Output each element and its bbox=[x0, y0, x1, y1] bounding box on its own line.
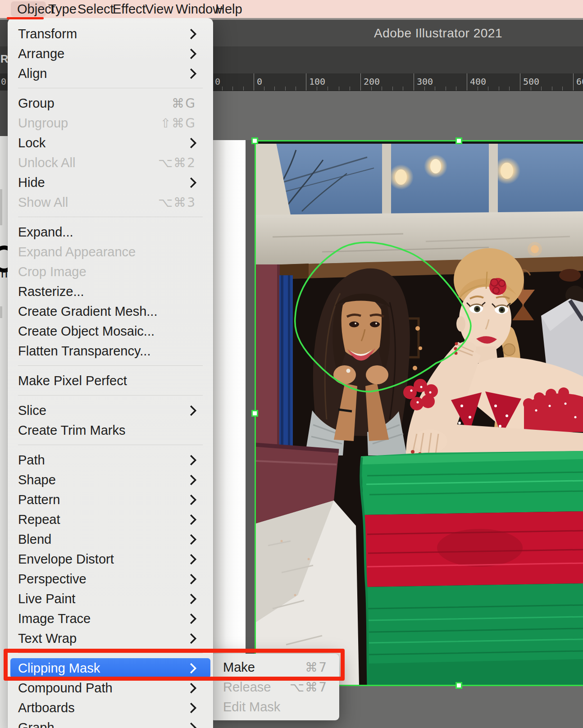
menubar-item-help[interactable]: Help bbox=[215, 0, 242, 18]
menu-item-text-wrap[interactable]: Text Wrap bbox=[8, 628, 213, 648]
menu-item-perspective[interactable]: Perspective bbox=[8, 569, 213, 589]
artboard-margin[interactable] bbox=[213, 140, 246, 686]
menu-item-live-paint[interactable]: Live Paint bbox=[8, 589, 213, 609]
ruler-major-tick bbox=[414, 73, 414, 91]
menu-item-label: Group bbox=[18, 96, 172, 111]
menu-item-ungroup[interactable]: Ungroup⇧⌘G bbox=[8, 113, 213, 133]
ruler-minor-tick bbox=[446, 86, 446, 91]
menu-item-expand[interactable]: Expand... bbox=[8, 222, 213, 242]
submenu-arrow-icon bbox=[186, 28, 196, 39]
submenu-arrow-icon bbox=[186, 494, 196, 505]
menu-item-edit-mask[interactable]: Edit Mask bbox=[210, 697, 339, 717]
submenu-arrow-icon bbox=[186, 48, 196, 59]
menu-item-label: Expand... bbox=[18, 225, 196, 240]
ruler-label: 300 bbox=[417, 76, 433, 87]
menu-item-lock[interactable]: Lock bbox=[8, 133, 213, 153]
menu-item-compound-path[interactable]: Compound Path bbox=[8, 678, 213, 698]
menu-item-show-all[interactable]: Show All⌥⌘3 bbox=[8, 192, 213, 212]
submenu-arrow-icon bbox=[186, 137, 196, 148]
menubar-item-type[interactable]: Type bbox=[48, 0, 77, 18]
menu-item-graph[interactable]: Graph bbox=[8, 718, 213, 728]
menu-item-artboards[interactable]: Artboards bbox=[8, 698, 213, 718]
menu-item-rasterize[interactable]: Rasterize... bbox=[8, 282, 213, 301]
menu-item-blend[interactable]: Blend bbox=[8, 529, 213, 549]
menu-item-expand-appearance[interactable]: Expand Appearance bbox=[8, 242, 213, 262]
menu-item-label: Perspective bbox=[18, 572, 187, 587]
menu-item-label: Live Paint bbox=[18, 592, 187, 606]
menu-item-crop-image[interactable]: Crop Image bbox=[8, 262, 213, 282]
menu-item-create-object-mosaic[interactable]: Create Object Mosaic... bbox=[8, 321, 213, 341]
ruler-minor-tick bbox=[509, 86, 510, 91]
menu-item-align[interactable]: Align bbox=[8, 64, 213, 83]
photo-canvas[interactable] bbox=[255, 140, 583, 686]
selection-handle-top-center[interactable] bbox=[455, 137, 462, 144]
menu-item-flatten-transparency[interactable]: Flatten Transparency... bbox=[8, 341, 213, 361]
menu-item-create-gradient-mesh[interactable]: Create Gradient Mesh... bbox=[8, 301, 213, 321]
menubar-item-view[interactable]: View bbox=[145, 0, 173, 18]
menu-item-envelope-distort[interactable]: Envelope Distort bbox=[8, 549, 213, 569]
menu-item-label: Image Trace bbox=[18, 611, 187, 626]
menu-item-label: Slice bbox=[18, 403, 187, 418]
submenu-arrow-icon bbox=[186, 613, 196, 624]
menu-item-clipping-mask[interactable]: Clipping Mask bbox=[10, 658, 210, 678]
menu-item-shape[interactable]: Shape bbox=[8, 470, 213, 490]
ruler-minor-tick bbox=[499, 86, 499, 91]
menu-item-repeat[interactable]: Repeat bbox=[8, 510, 213, 529]
menu-divider bbox=[18, 217, 203, 217]
menu-item-shortcut: ⌥⌘7 bbox=[290, 680, 328, 695]
menu-item-label: Rasterize... bbox=[18, 284, 196, 299]
ruler-label: 60 bbox=[576, 76, 583, 87]
ruler-label: 400 bbox=[470, 76, 486, 87]
ruler-minor-tick bbox=[296, 86, 296, 91]
left-panel-strip: m bbox=[0, 136, 8, 728]
submenu-arrow-icon bbox=[186, 682, 196, 693]
ruler-label: 100 bbox=[309, 76, 325, 87]
ruler-minor-tick bbox=[435, 86, 435, 91]
menu-item-make-pixel-perfect[interactable]: Make Pixel Perfect bbox=[8, 371, 213, 391]
menu-item-label: Crop Image bbox=[18, 264, 196, 279]
selection-handle-top-left[interactable] bbox=[251, 137, 258, 144]
ruler-label: 0 bbox=[257, 76, 262, 87]
selection-handle-left-middle[interactable] bbox=[251, 410, 258, 417]
menu-item-path[interactable]: Path bbox=[8, 450, 213, 470]
ruler-minor-tick bbox=[392, 86, 393, 91]
menu-item-label: Flatten Transparency... bbox=[18, 344, 196, 359]
menu-item-image-trace[interactable]: Image Trace bbox=[8, 609, 213, 628]
submenu-arrow-icon bbox=[186, 573, 196, 584]
menu-item-label: Text Wrap bbox=[18, 631, 187, 646]
ruler-major-tick bbox=[306, 73, 306, 91]
menu-item-release[interactable]: Release⌥⌘7 bbox=[210, 677, 339, 697]
menu-item-shortcut: ⌥⌘2 bbox=[158, 155, 196, 170]
menu-item-unlock-all[interactable]: Unlock All⌥⌘2 bbox=[8, 153, 213, 173]
ruler-minor-tick bbox=[382, 86, 382, 91]
selection-edge-top[interactable] bbox=[255, 140, 583, 141]
menu-item-pattern[interactable]: Pattern bbox=[8, 490, 213, 510]
menubar-item-effect[interactable]: Effect bbox=[113, 0, 146, 18]
menu-item-make[interactable]: Make⌘7 bbox=[210, 657, 339, 677]
menu-divider bbox=[18, 445, 203, 445]
menu-item-slice[interactable]: Slice bbox=[8, 400, 213, 420]
ruler-label: 500 bbox=[523, 76, 539, 87]
ruler-minor-tick bbox=[478, 86, 478, 91]
menubar-item-select[interactable]: Select bbox=[77, 0, 114, 18]
menu-item-arrange[interactable]: Arrange bbox=[8, 44, 213, 64]
menu-item-label: Transform bbox=[18, 27, 187, 41]
ruler-minor-tick bbox=[339, 86, 339, 91]
menu-item-label: Hide bbox=[18, 175, 187, 190]
menu-item-label: Align bbox=[18, 66, 187, 81]
menubar: ObjectTypeSelectEffectViewWindowHelp bbox=[0, 0, 583, 18]
menu-item-group[interactable]: Group⌘G bbox=[8, 93, 213, 113]
menu-item-create-trim-marks[interactable]: Create Trim Marks bbox=[8, 420, 213, 440]
ruler-major-tick bbox=[254, 73, 254, 91]
submenu-arrow-icon bbox=[186, 554, 196, 564]
ruler-major-tick bbox=[520, 73, 520, 91]
menu-item-transform[interactable]: Transform bbox=[8, 24, 213, 44]
menu-item-hide[interactable]: Hide bbox=[8, 173, 213, 192]
ruler-minor-tick bbox=[328, 86, 328, 91]
menu-item-label: Pattern bbox=[18, 492, 187, 507]
menu-item-label: Expand Appearance bbox=[18, 245, 196, 259]
menu-item-label: Ungroup bbox=[18, 116, 160, 131]
menu-item-label: Arrange bbox=[18, 46, 187, 61]
clipping-mask-submenu: Make⌘7Release⌥⌘7Edit Mask bbox=[210, 654, 339, 720]
selection-handle-bottom-center[interactable] bbox=[455, 682, 462, 689]
